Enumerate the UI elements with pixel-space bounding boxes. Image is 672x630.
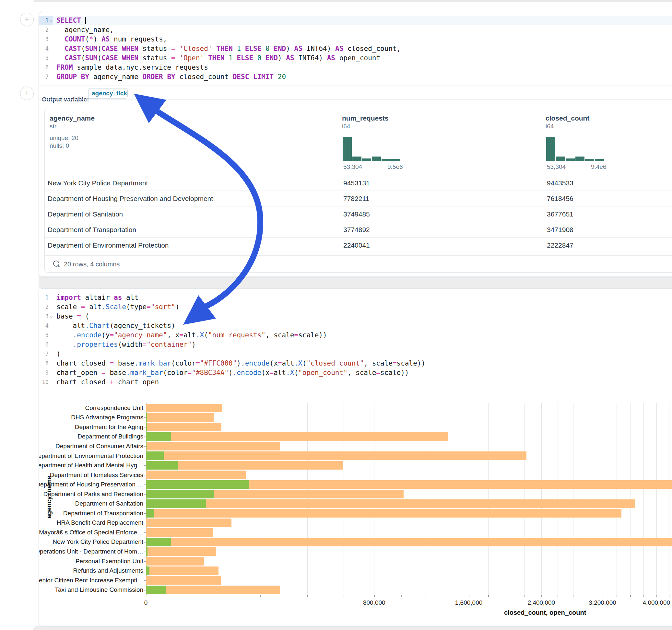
code-token <box>204 54 208 62</box>
y-axis-label: Senior Citizen Rent Increase Exempti… <box>39 577 143 584</box>
table-row[interactable]: New York City Police Department945313194… <box>45 175 672 191</box>
code-token: ) <box>93 35 101 43</box>
code-token <box>233 54 237 62</box>
table-cell: Department of Sanitation <box>48 207 123 222</box>
search-icon[interactable] <box>53 261 59 267</box>
histogram-bar <box>556 156 565 161</box>
code-token: END <box>265 54 278 62</box>
bar-closed-count <box>146 528 213 537</box>
code-token: ( <box>97 54 101 62</box>
row-count-label: 20 rows, 4 columns <box>64 261 120 268</box>
code-line[interactable]: 6FROM sample_data.nyc.service_requests <box>39 63 672 72</box>
column-header[interactable]: num_requests <box>342 114 389 122</box>
code-token: CAST <box>65 45 81 52</box>
histogram-bar <box>352 156 361 161</box>
bar-closed-count <box>146 500 635 508</box>
table-row[interactable]: Department of Sanitation37494853677651 <box>45 206 672 222</box>
code-token: * <box>89 35 93 43</box>
histogram-bar <box>575 156 584 161</box>
gridline <box>426 403 426 595</box>
table-cell: 7782211 <box>343 191 369 207</box>
table-cell: 3677651 <box>547 207 573 222</box>
histogram-max-label: 9.4e6 <box>591 163 606 170</box>
gridline <box>588 403 589 595</box>
text-cursor <box>85 17 86 24</box>
bar-open-count <box>146 500 206 508</box>
table-row[interactable]: Department of Environmental Protection22… <box>45 237 672 253</box>
table-cell: 3749485 <box>343 207 370 222</box>
code-token: agency_name <box>89 73 142 81</box>
bar-open-count <box>146 547 147 556</box>
y-axis-title: agency_name <box>45 476 53 518</box>
bar-open-count <box>146 432 171 441</box>
code-text: agency_name, <box>56 25 114 35</box>
sql-cell-card: 1⌄SELECT 2 agency_name,3 COUNT(*) AS num… <box>39 12 672 277</box>
code-token: AS <box>286 54 294 62</box>
code-line[interactable]: 4 CAST(SUM(CASE WHEN status = 'Closed' T… <box>39 44 672 53</box>
y-axis-label: Mayorâ€ s Office of Special Enforce… <box>39 529 143 536</box>
code-token <box>81 17 85 24</box>
add-cell-button[interactable]: + <box>20 87 34 100</box>
code-token: ) <box>286 45 294 52</box>
code-token: sample_data.nyc.service_requests <box>73 64 208 71</box>
code-token: ORDER BY <box>143 73 175 81</box>
code-line[interactable]: 7GROUP BY agency_name ORDER BY closed_co… <box>39 72 672 82</box>
y-axis-label: Department of Health and Mental Hyg… <box>39 462 143 469</box>
code-token <box>118 45 122 52</box>
code-token: WHEN <box>122 45 138 52</box>
bar-open-count <box>146 509 154 518</box>
table-cell: Department of Environmental Protection <box>48 238 169 253</box>
gridline <box>401 403 401 595</box>
dataframe-footer: 20 rows, 4 columns <box>45 256 672 272</box>
table-row[interactable]: Department of Housing Preservation and D… <box>45 191 672 207</box>
code-token <box>175 45 179 52</box>
column-stat: nulls: 0 <box>50 142 69 149</box>
code-token <box>253 54 257 62</box>
line-number: 3 <box>39 35 53 44</box>
column-header[interactable]: closed_count <box>546 114 589 122</box>
x-axis-line <box>146 595 672 595</box>
code-token: closed_count <box>175 73 233 81</box>
collapse-chevron-icon[interactable]: ⌄ <box>50 15 52 25</box>
code-token <box>56 54 65 62</box>
histogram-bar <box>382 159 391 161</box>
code-token: THEN <box>208 54 225 62</box>
code-token: agency_name, <box>56 26 114 34</box>
code-line[interactable]: 2 agency_name, <box>39 25 672 35</box>
sql-code-editor[interactable]: 1⌄SELECT 2 agency_name,3 COUNT(*) AS num… <box>39 16 672 82</box>
code-token: = <box>171 54 175 62</box>
code-token: 20 <box>278 73 286 81</box>
code-token: CASE <box>101 54 118 62</box>
column-type: i64 <box>342 123 350 130</box>
bar-open-count <box>146 538 171 547</box>
histogram-bar <box>343 137 352 161</box>
code-token <box>118 54 122 62</box>
column-type: str <box>50 123 56 130</box>
table-row[interactable]: Department of Transportation377489234719… <box>45 222 672 238</box>
code-token: status <box>138 45 171 52</box>
column-header[interactable]: agency_name <box>50 114 95 122</box>
code-token: SELECT <box>56 17 81 24</box>
code-line[interactable]: 1⌄SELECT <box>39 16 672 25</box>
add-cell-button[interactable]: + <box>20 13 34 26</box>
code-text: GROUP BY agency_name ORDER BY closed_cou… <box>56 72 286 82</box>
code-token: CAST <box>65 54 81 62</box>
code-line[interactable]: 5 CAST(SUM(CASE WHEN status = 'Open' THE… <box>39 53 672 63</box>
bar-closed-count <box>146 404 222 413</box>
bar-closed-count <box>146 442 280 451</box>
y-axis-label: Operations Unit - Department of Hom… <box>39 548 143 555</box>
x-axis-tick-label: 1,600,000 <box>443 599 495 606</box>
code-line[interactable]: 3 COUNT(*) AS num_requests, <box>39 35 672 44</box>
output-variable-pill[interactable]: agency_tickets <box>88 88 128 98</box>
bar-closed-count <box>146 557 204 565</box>
code-token <box>241 45 245 52</box>
x-axis-tick-label: 0 <box>120 599 172 606</box>
code-token <box>261 45 265 52</box>
code-token: ) <box>278 54 286 62</box>
y-axis-label: Department of Homeless Services <box>50 471 143 479</box>
gridline <box>469 403 469 595</box>
histogram-bar <box>372 156 381 161</box>
python-cell-card: 1import altair as alt2scale = alt.Scale(… <box>39 288 672 626</box>
y-axis-label: Department of Environmental Protection <box>39 453 143 460</box>
table-cell: 9443533 <box>547 175 573 191</box>
